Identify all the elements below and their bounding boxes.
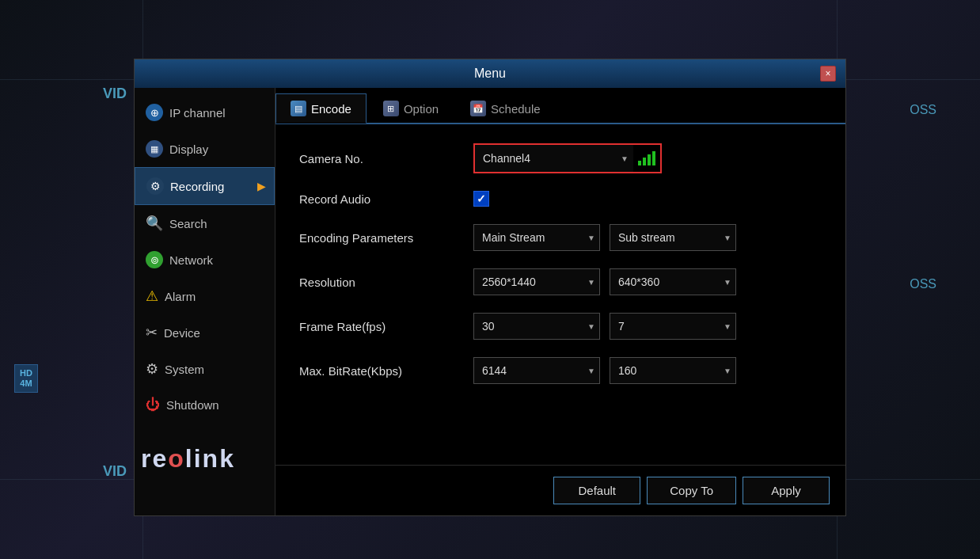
encode-tab-icon: ▤ [291, 101, 306, 116]
bitrate-sub-wrapper: 160 128 64 ▼ [610, 357, 736, 384]
signal-bar-3 [648, 154, 651, 165]
main-stream-select[interactable]: Main Stream Sub Stream [473, 224, 600, 251]
bitrate-row: Max. BitRate(Kbps) 6144 4096 2048 1024 ▼ [299, 357, 822, 384]
brand-text: re [141, 444, 168, 473]
record-audio-row: Record Audio [299, 191, 822, 207]
sidebar-label-network: Network [169, 253, 213, 267]
tab-option-label: Option [404, 102, 439, 116]
modal-titlebar: Menu × [135, 59, 845, 88]
sidebar-item-display[interactable]: ▦ Display [135, 131, 275, 167]
brand-link: link [185, 444, 235, 473]
sidebar-item-ip-channel[interactable]: ⊕ IP channel [135, 94, 275, 131]
bitrate-controls: 6144 4096 2048 1024 ▼ 160 128 [473, 357, 736, 384]
signal-bar-1 [638, 161, 641, 165]
content-panel: ▤ Encode ⊞ Option 📅 Schedule [275, 88, 845, 515]
system-icon: ⚙ [146, 360, 158, 378]
sidebar-item-recording[interactable]: ⚙ Recording ▶ [135, 167, 275, 205]
sidebar-label-recording: Recording [170, 180, 224, 193]
encoding-params-row: Encoding Parameters Main Stream Sub Stre… [299, 224, 822, 251]
bitrate-main-wrapper: 6144 4096 2048 1024 ▼ [473, 357, 600, 384]
modal-body: ⊕ IP channel ▦ Display ⚙ Recording ▶ 🔍 [135, 88, 845, 515]
main-stream-wrapper: Main Stream Sub Stream ▼ [473, 224, 600, 251]
resolution-controls: 2560*1440 1920*1080 1280*720 ▼ 640*360 3… [473, 268, 736, 295]
default-button[interactable]: Default [553, 477, 640, 504]
frame-rate-main-wrapper: 30 25 20 15 10 7 5 ▼ [473, 313, 600, 340]
bitrate-label: Max. BitRate(Kbps) [299, 364, 458, 378]
frame-rate-main-select[interactable]: 30 25 20 15 10 7 5 [473, 313, 600, 340]
modal-overlay: Menu × ⊕ IP channel ▦ Display ⚙ Recor [0, 0, 980, 559]
modal-close-button[interactable]: × [820, 66, 836, 82]
camera-no-row: Camera No. Channel4 Channel1 Channel2 Ch… [299, 143, 822, 173]
record-audio-controls [473, 191, 489, 207]
signal-bar-2 [643, 158, 646, 165]
sidebar-label-ip-channel: IP channel [169, 106, 226, 120]
signal-strength-icon [638, 151, 655, 165]
camera-no-dropdown-wrapper: Channel4 Channel1 Channel2 Channel3 ▼ [473, 143, 662, 173]
signal-bar-4 [652, 151, 655, 165]
frame-rate-row: Frame Rate(fps) 30 25 20 15 10 7 [299, 313, 822, 340]
sub-stream-select[interactable]: Sub stream Main Stream [610, 224, 736, 251]
modal-footer: Default Copy To Apply [275, 465, 845, 515]
schedule-tab-icon: 📅 [470, 101, 486, 116]
camera-no-controls: Channel4 Channel1 Channel2 Channel3 ▼ [473, 143, 662, 173]
reolink-brand: reolink [141, 444, 235, 473]
resolution-main-select[interactable]: 2560*1440 1920*1080 1280*720 [473, 268, 600, 295]
recording-arrow-icon: ▶ [257, 180, 266, 192]
frame-rate-controls: 30 25 20 15 10 7 5 ▼ [473, 313, 736, 340]
resolution-main-wrapper: 2560*1440 1920*1080 1280*720 ▼ [473, 268, 600, 295]
sidebar-item-alarm[interactable]: ⚠ Alarm [135, 278, 275, 314]
sidebar-label-alarm: Alarm [165, 290, 196, 303]
tab-encode[interactable]: ▤ Encode [275, 93, 367, 124]
resolution-sub-wrapper: 640*360 320*180 ▼ [610, 268, 736, 295]
brand-o: o [168, 444, 185, 473]
tab-bar: ▤ Encode ⊞ Option 📅 Schedule [275, 88, 845, 124]
sidebar-label-system: System [165, 363, 204, 376]
sidebar-label-display: Display [169, 143, 208, 156]
sidebar-label-device: Device [164, 326, 200, 340]
bitrate-sub-select[interactable]: 160 128 64 [610, 357, 736, 384]
encode-form: Camera No. Channel4 Channel1 Channel2 Ch… [275, 124, 845, 465]
frame-rate-sub-wrapper: 7 5 3 1 ▼ [610, 313, 736, 340]
search-icon: 🔍 [146, 215, 163, 232]
apply-button[interactable]: Apply [743, 477, 830, 504]
frame-rate-sub-select[interactable]: 7 5 3 1 [610, 313, 736, 340]
sidebar-item-network[interactable]: ⊚ Network [135, 241, 275, 278]
encoding-params-label: Encoding Parameters [299, 231, 458, 245]
camera-no-select-wrapper: Channel4 Channel1 Channel2 Channel3 ▼ [475, 145, 633, 172]
shutdown-icon: ⏻ [146, 397, 160, 413]
sidebar-item-system[interactable]: ⚙ System [135, 351, 275, 387]
recording-icon: ⚙ [146, 177, 164, 195]
modal-dialog: Menu × ⊕ IP channel ▦ Display ⚙ Recor [134, 59, 846, 516]
option-tab-icon: ⊞ [383, 101, 399, 116]
resolution-row: Resolution 2560*1440 1920*1080 1280*720 … [299, 268, 822, 295]
sidebar-item-search[interactable]: 🔍 Search [135, 205, 275, 241]
encoding-params-controls: Main Stream Sub Stream ▼ Sub stream Main… [473, 224, 736, 251]
sidebar-label-shutdown: Shutdown [166, 398, 219, 412]
tab-option[interactable]: ⊞ Option [368, 93, 454, 124]
sidebar-label-search: Search [169, 217, 207, 230]
camera-no-select[interactable]: Channel4 Channel1 Channel2 Channel3 [475, 145, 633, 172]
tab-schedule[interactable]: 📅 Schedule [455, 93, 556, 124]
resolution-label: Resolution [299, 276, 458, 289]
copy-to-button[interactable]: Copy To [647, 477, 736, 504]
resolution-sub-select[interactable]: 640*360 320*180 [610, 268, 736, 295]
display-icon: ▦ [146, 140, 163, 158]
frame-rate-label: Frame Rate(fps) [299, 320, 458, 333]
sidebar-item-device[interactable]: ✂ Device [135, 314, 275, 351]
network-icon: ⊚ [146, 251, 163, 268]
alarm-icon: ⚠ [146, 287, 158, 305]
tab-schedule-label: Schedule [491, 102, 541, 116]
record-audio-checkbox[interactable] [473, 191, 489, 207]
sidebar-item-shutdown[interactable]: ⏻ Shutdown [135, 387, 275, 423]
tab-encode-label: Encode [311, 102, 351, 116]
ip-icon: ⊕ [146, 104, 163, 121]
sub-stream-wrapper: Sub stream Main Stream ▼ [610, 224, 736, 251]
camera-no-label: Camera No. [299, 152, 458, 165]
record-audio-label: Record Audio [299, 192, 458, 206]
modal-title: Menu [160, 67, 820, 81]
device-icon: ✂ [146, 324, 158, 341]
bitrate-main-select[interactable]: 6144 4096 2048 1024 [473, 357, 600, 384]
